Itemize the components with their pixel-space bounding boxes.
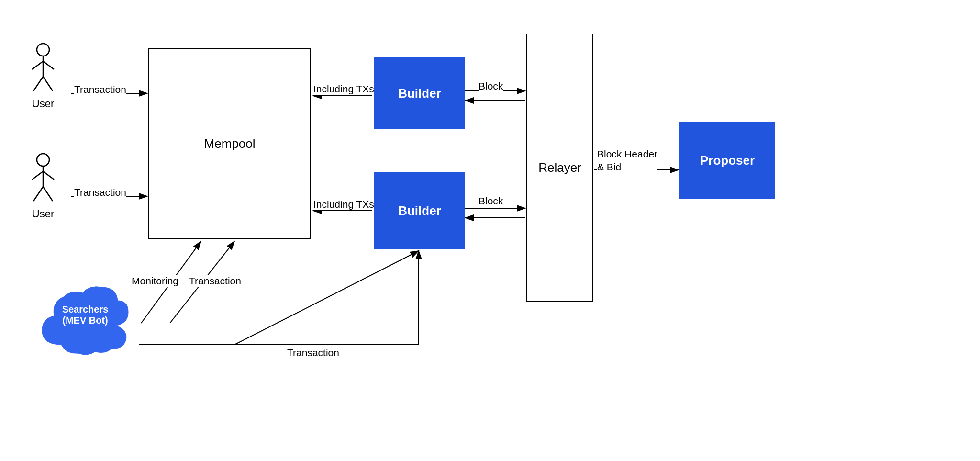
builder2-label: Builder xyxy=(398,203,441,218)
mempool-box: Mempool xyxy=(148,48,311,239)
diagram: Transaction Transaction Including TXs Bl… xyxy=(0,0,980,461)
label-searchers-tx-mempool: Transaction xyxy=(189,275,241,287)
svg-line-20 xyxy=(43,61,54,69)
svg-line-25 xyxy=(32,171,43,180)
proposer-label: Proposer xyxy=(700,153,755,168)
user2-figure: User xyxy=(26,153,60,220)
label-searchers-tx-builder: Transaction xyxy=(287,347,339,359)
searchers-text: Searchers (MEV Bot) xyxy=(62,304,109,326)
svg-line-26 xyxy=(43,171,54,180)
label-block-header-bid: Block Header& Bid xyxy=(597,147,657,174)
user1-label: User xyxy=(32,98,54,110)
relayer-label: Relayer xyxy=(538,160,581,175)
svg-line-19 xyxy=(32,61,43,69)
relayer-box: Relayer xyxy=(526,34,593,302)
label-block-1: Block xyxy=(479,80,503,92)
svg-point-17 xyxy=(37,44,49,56)
builder1-label: Builder xyxy=(398,86,441,101)
label-monitoring: Monitoring xyxy=(132,275,178,287)
label-including-txs-2: Including TXs xyxy=(313,199,374,210)
svg-line-13 xyxy=(234,251,419,345)
svg-line-22 xyxy=(43,77,53,91)
user2-icon xyxy=(26,153,60,206)
label-block-2: Block xyxy=(479,195,503,207)
builder2-box: Builder xyxy=(374,172,465,249)
label-user2-tx: Transaction xyxy=(74,187,126,198)
svg-line-21 xyxy=(33,77,43,91)
arrows-layer xyxy=(0,0,980,461)
svg-point-23 xyxy=(37,154,49,166)
label-including-txs-1: Including TXs xyxy=(313,83,374,95)
mempool-label: Mempool xyxy=(204,136,256,151)
user2-label: User xyxy=(32,208,54,220)
user1-icon xyxy=(26,43,60,96)
searchers-label: Searchers (MEV Bot) xyxy=(33,304,138,326)
builder1-box: Builder xyxy=(374,57,465,129)
user1-figure: User xyxy=(26,43,60,110)
proposer-box: Proposer xyxy=(679,122,775,199)
svg-line-27 xyxy=(33,187,43,201)
label-user1-tx: Transaction xyxy=(74,84,126,95)
svg-line-28 xyxy=(43,187,53,201)
